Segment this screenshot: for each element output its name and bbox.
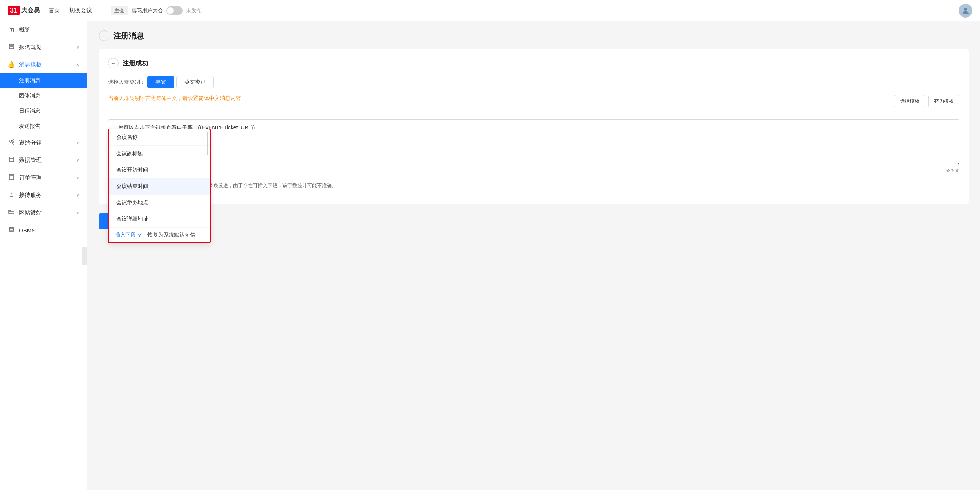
sidebar-collapse-btn[interactable]: ‹ (83, 246, 88, 265)
overview-icon: ⊞ (8, 26, 15, 34)
info-note: ℹ 70字为1条短信，超出70字将会被拆分成多条发送，由于存在可插入字段，该字数… (108, 177, 959, 195)
char-count: 58/500 (108, 168, 959, 174)
sidebar-sub-label-schedule-message: 日程消息 (19, 108, 40, 114)
sidebar-item-label-order-management: 订单管理 (19, 174, 42, 182)
sidebar-item-label-overview: 概览 (19, 26, 30, 34)
nav-tags: 主会 雪花用户大会 未发布 (111, 6, 202, 15)
sidebar-sub-send-report[interactable]: 发送报告 (0, 119, 87, 134)
publish-toggle[interactable] (166, 6, 183, 15)
insert-field-btn[interactable]: 插入字段 ∨ (115, 232, 142, 239)
tabs-row: 选择人群类别： 嘉宾 英文类别 (108, 76, 959, 88)
message-template-chevron: ∧ (76, 62, 80, 67)
message-area-wrapper: 当前人群类别语言为简体中文，请设置简体中文消息内容 选择模板 存为模板 会议名称… (108, 95, 959, 174)
data-management-icon (8, 156, 15, 164)
insert-field-label: 插入字段 (115, 232, 136, 239)
svg-point-22 (9, 227, 14, 229)
tab-english[interactable]: 英文类别 (177, 76, 214, 88)
sidebar-item-registration[interactable]: 报名规划 ∨ (0, 38, 87, 56)
order-management-chevron: ∨ (76, 175, 80, 180)
publish-status: 未发布 (186, 7, 202, 14)
registration-icon (8, 43, 15, 51)
dropdown-item-meeting-end-time[interactable]: 会议结束时间 (109, 179, 210, 195)
page-header: ← 注册消息 (99, 30, 969, 41)
host-tag: 主会 (111, 6, 128, 15)
sidebar-sub-label-send-report: 发送报告 (19, 123, 40, 129)
invite-icon (8, 139, 15, 147)
sidebar-sub-label-group-message: 团体消息 (19, 93, 40, 99)
sidebar-item-website[interactable]: 网站微站 ∨ (0, 204, 87, 222)
save-template-btn[interactable]: 存为模板 (928, 95, 959, 107)
scroll-indicator (207, 132, 208, 155)
card-header: ← 注册成功 (108, 58, 959, 69)
data-management-chevron: ∨ (76, 158, 80, 163)
sidebar-sub-registration-message[interactable]: 注册消息 (0, 73, 87, 88)
svg-point-17 (11, 193, 12, 195)
card-title: 注册成功 (123, 59, 148, 68)
bottom-actions: 保存全部 取消 (99, 214, 969, 229)
svg-rect-9 (9, 157, 14, 162)
nav-home-link[interactable]: 首页 (49, 7, 60, 14)
invite-chevron: ∨ (76, 140, 80, 145)
app-body: ⊞ 概览 报名规划 ∨ 🔔 消息模板 ∧ 注册消息 团体消息 (0, 21, 980, 490)
sidebar-item-label-message-template: 消息模板 (19, 61, 42, 68)
dropdown-item-meeting-name[interactable]: 会议名称 (109, 129, 210, 146)
sidebar-sub-schedule-message[interactable]: 日程消息 (0, 104, 87, 119)
dropdown-item-meeting-address[interactable]: 会议详细地址 (109, 211, 210, 228)
main-card: ← 注册成功 选择人群类别： 嘉宾 英文类别 当前人群类别语言为简体中文，请设置… (99, 49, 969, 204)
sidebar-item-data-management[interactable]: 数据管理 ∨ (0, 152, 87, 169)
svg-point-20 (10, 211, 10, 211)
dropdown-item-meeting-subtitle[interactable]: 会议副标题 (109, 146, 210, 162)
sidebar-item-invite[interactable]: 邀约分销 ∨ (0, 134, 87, 152)
registration-chevron: ∨ (76, 45, 80, 50)
svg-line-8 (12, 142, 13, 143)
dropdown-list: 会议名称 会议副标题 会议开始时间 会议结束时间 会议举办地点 (109, 129, 210, 228)
nav-divider (101, 7, 102, 14)
sidebar-item-label-dbms: DBMS (19, 227, 35, 234)
sidebar-item-overview[interactable]: ⊞ 概览 (0, 21, 87, 38)
back-icon: ← (102, 33, 107, 39)
dbms-icon (8, 227, 15, 234)
sidebar-item-label-data-management: 数据管理 (19, 157, 42, 164)
page-title: 注册消息 (113, 31, 144, 41)
order-management-icon (8, 174, 15, 182)
choose-template-btn[interactable]: 选择模板 (894, 95, 925, 107)
sidebar-item-label-registration: 报名规划 (19, 44, 42, 51)
logo-box: 31 (8, 6, 20, 15)
logo-area: 31 大会易 (8, 6, 40, 15)
logo-text: 大会易 (21, 6, 40, 14)
sidebar-sub-group-message[interactable]: 团体消息 (0, 88, 87, 104)
template-actions: 选择模板 存为模板 (894, 95, 959, 107)
card-back-icon: ← (111, 60, 116, 66)
svg-point-4 (10, 140, 12, 142)
dropdown-item-meeting-venue[interactable]: 会议举办地点 (109, 195, 210, 211)
message-template-icon: 🔔 (8, 61, 15, 68)
reception-chevron: ∨ (76, 193, 80, 198)
field-dropdown-popup: 会议名称 会议副标题 会议开始时间 会议结束时间 会议举办地点 (108, 129, 211, 243)
warning-content: 当前人群类别语言为简体中文，请设置简体中文消息内容 (108, 95, 241, 102)
card-back-button[interactable]: ← (108, 58, 119, 69)
message-textarea[interactable] (108, 120, 959, 165)
sidebar-item-dbms[interactable]: DBMS (0, 222, 87, 239)
svg-point-21 (11, 211, 11, 211)
back-button[interactable]: ← (99, 30, 110, 41)
sidebar-item-message-template[interactable]: 🔔 消息模板 ∧ (0, 56, 87, 73)
restore-default-btn[interactable]: 恢复为系统默认短信 (148, 232, 196, 239)
main-content: ← 注册消息 ← 注册成功 选择人群类别： 嘉宾 英文类别 当前人群 (88, 21, 980, 490)
sidebar: ⊞ 概览 报名规划 ∨ 🔔 消息模板 ∧ 注册消息 团体消息 (0, 21, 88, 490)
insert-field-chevron: ∨ (138, 232, 142, 238)
top-nav: 31 大会易 首页 切换会议 主会 雪花用户大会 未发布 (0, 0, 980, 21)
svg-line-7 (12, 141, 13, 141)
nav-switch-conference-link[interactable]: 切换会议 (69, 7, 92, 14)
sidebar-item-label-reception: 接待服务 (19, 192, 42, 199)
svg-point-0 (964, 8, 967, 11)
avatar[interactable] (959, 4, 972, 18)
warning-text: 当前人群类别语言为简体中文，请设置简体中文消息内容 (108, 95, 959, 102)
dropdown-item-meeting-start-time[interactable]: 会议开始时间 (109, 162, 210, 179)
tabs-label: 选择人群类别： (108, 79, 145, 86)
sidebar-item-label-website: 网站微站 (19, 209, 42, 217)
sidebar-item-reception[interactable]: 接待服务 ∨ (0, 187, 87, 204)
sidebar-item-label-invite: 邀约分销 (19, 139, 42, 147)
sidebar-item-order-management[interactable]: 订单管理 ∨ (0, 169, 87, 187)
svg-rect-1 (9, 44, 14, 49)
tab-guest[interactable]: 嘉宾 (148, 76, 174, 88)
